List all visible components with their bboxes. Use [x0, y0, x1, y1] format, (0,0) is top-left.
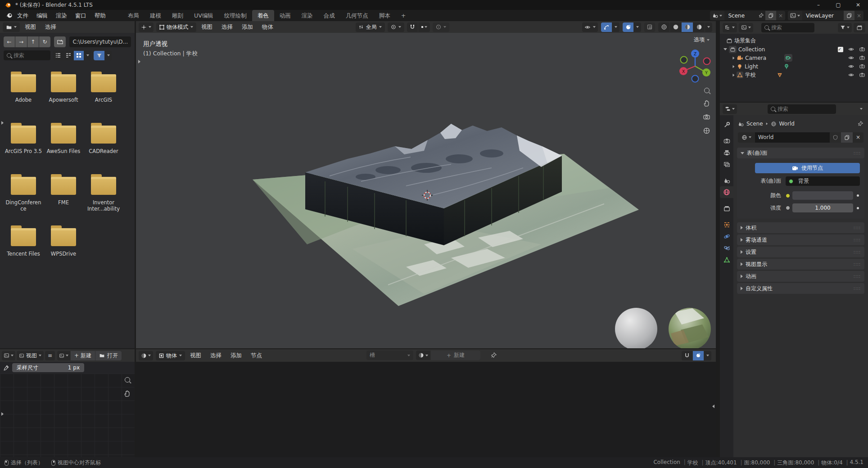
viewlayer-selector[interactable]: ViewLayer × — [788, 11, 863, 20]
file-search-input[interactable] — [14, 52, 47, 58]
collection-checkbox[interactable]: ✓ — [838, 47, 843, 52]
workspace-tab-texture-paint[interactable]: 纹理绘制 — [219, 10, 252, 21]
pin-node-tree-icon[interactable] — [490, 352, 497, 359]
render-visibility-icon[interactable] — [859, 63, 865, 69]
tab-scene-icon[interactable] — [720, 175, 733, 186]
image-editor-type-button[interactable] — [2, 351, 15, 360]
tab-physics-icon[interactable] — [720, 230, 733, 242]
panel-custom-properties[interactable]: 自定义属性:::: — [737, 283, 864, 294]
display-mode-dropdown[interactable] — [84, 51, 91, 60]
color-swatch[interactable] — [792, 191, 853, 200]
surface-shader-button[interactable]: 背景 — [786, 176, 860, 186]
render-visibility-icon[interactable] — [859, 46, 865, 52]
shading-wireframe-button[interactable] — [658, 22, 669, 32]
folder-item[interactable]: ArcGIS Pro 3.5 — [4, 126, 43, 154]
object-visibility-dropdown[interactable] — [582, 22, 598, 32]
folder-item[interactable]: Adobe — [4, 74, 43, 103]
image-browse-button[interactable] — [57, 351, 70, 360]
workspace-tab-rendering[interactable]: 渲染 — [296, 10, 318, 21]
world-copy-button[interactable] — [841, 132, 853, 143]
breadcrumb-world[interactable]: World — [779, 121, 795, 127]
world-browse-button[interactable] — [738, 132, 755, 143]
shading-rendered-button[interactable] — [693, 22, 705, 32]
file-browser-select-menu[interactable]: 选择 — [41, 21, 60, 33]
fake-user-shield-icon[interactable] — [830, 132, 841, 143]
expand-icon[interactable] — [723, 48, 727, 50]
workspace-tab-sculpting[interactable]: 雕刻 — [167, 10, 189, 21]
region-toggle-arrow[interactable] — [712, 403, 714, 410]
file-browser-editor-type-button[interactable] — [3, 22, 20, 32]
viewport-3d[interactable]: 物体模式 视图 选择 添加 物体 全局 — [136, 21, 716, 348]
minimize-button[interactable]: – — [809, 0, 828, 10]
viewport-pan-hand-icon[interactable] — [703, 99, 710, 107]
panel-mist-pass[interactable]: 雾场通道:::: — [737, 234, 864, 245]
show-gizmo-button[interactable] — [601, 22, 612, 32]
shader-editor-type-button[interactable] — [139, 351, 153, 360]
workspace-tab-shading[interactable]: 着色 — [252, 10, 274, 21]
blender-menu-icon[interactable] — [5, 13, 13, 18]
display-thumbnail-button[interactable] — [74, 51, 84, 60]
viewport-select-menu[interactable]: 选择 — [217, 21, 237, 33]
menu-edit[interactable]: 编辑 — [32, 10, 52, 22]
breadcrumb-scene[interactable]: Scene — [746, 121, 763, 127]
viewport-ortho-toggle-icon[interactable] — [703, 127, 710, 135]
scene-name[interactable]: Scene — [724, 13, 756, 19]
strength-slider[interactable]: 1.000 — [792, 203, 853, 212]
hide-eye-icon[interactable] — [848, 63, 854, 69]
create-folder-button[interactable] — [54, 36, 66, 47]
world-name-field[interactable]: World — [755, 132, 830, 143]
folder-item[interactable]: DingConference — [4, 177, 43, 212]
navigation-gizmo[interactable]: Z Y X — [676, 47, 714, 85]
tab-constraints-icon[interactable] — [720, 242, 733, 254]
material-new-button[interactable]: +新建 — [431, 351, 480, 360]
properties-search-field[interactable] — [768, 104, 836, 114]
workspace-add-button[interactable]: + — [396, 10, 411, 21]
viewlayer-remove-button[interactable]: × — [854, 11, 863, 20]
viewport-zoom-icon[interactable] — [704, 88, 710, 93]
color-keyframe-dot[interactable] — [857, 194, 859, 197]
menu-file[interactable]: 文件 — [13, 10, 32, 22]
nav-forward-button[interactable]: → — [15, 36, 27, 47]
transform-orientation-dropdown[interactable]: 全局 — [356, 22, 385, 32]
tab-output-icon[interactable] — [720, 147, 733, 158]
mode-dropdown[interactable]: 物体模式 — [156, 22, 196, 32]
expand-icon[interactable] — [733, 73, 735, 76]
toolbar-toggle-arrow[interactable] — [138, 60, 140, 63]
outliner-display-mode-button[interactable] — [739, 23, 753, 32]
properties-options-dropdown[interactable] — [860, 108, 863, 110]
workspace-tab-modeling[interactable]: 建模 — [145, 10, 167, 21]
filter-dropdown[interactable] — [105, 51, 112, 60]
tab-object-data-icon[interactable] — [720, 254, 733, 266]
region-toggle-arrow[interactable] — [1, 121, 4, 125]
new-collection-button[interactable] — [854, 23, 865, 32]
workspace-tab-scripting[interactable]: 脚本 — [374, 10, 396, 21]
file-path-field[interactable]: C:\Users\rytutyu\D... — [69, 36, 131, 47]
panel-settings[interactable]: 设置:::: — [737, 247, 864, 257]
scene-unlink-button[interactable]: × — [776, 11, 785, 20]
scene-new-copy-button[interactable] — [765, 11, 776, 20]
material-slot-dropdown[interactable]: 槽 — [366, 351, 413, 360]
options-dropdown[interactable]: 选项 — [694, 36, 710, 44]
collapsed-menus-button[interactable]: ≡ — [45, 351, 55, 360]
image-new-button[interactable]: +新建 — [71, 351, 95, 360]
gizmo-dropdown[interactable] — [612, 22, 619, 32]
viewport-scene[interactable] — [136, 33, 716, 348]
menu-window[interactable]: 窗口 — [71, 10, 90, 22]
shader-overlays-dropdown[interactable] — [704, 351, 711, 360]
scene-type-icon[interactable] — [710, 11, 724, 20]
panel-viewport-display[interactable]: 视图显示:::: — [737, 259, 864, 270]
panel-animation[interactable]: 动画:::: — [737, 271, 864, 282]
nav-refresh-button[interactable]: ↻ — [39, 36, 50, 47]
viewlayer-name[interactable]: ViewLayer — [802, 13, 844, 19]
menu-help[interactable]: 帮助 — [90, 10, 110, 22]
sample-size-slider[interactable]: 采样尺寸 1 px — [12, 363, 84, 372]
file-search-field[interactable] — [4, 50, 50, 60]
outliner-filter-button[interactable] — [838, 23, 852, 32]
hide-eye-icon[interactable] — [848, 72, 854, 78]
viewport-object-menu[interactable]: 物体 — [258, 21, 277, 33]
folder-item[interactable]: AweSun Files — [44, 126, 83, 154]
image-open-button[interactable]: 打开 — [95, 351, 122, 360]
properties-search-input[interactable] — [778, 106, 833, 112]
tab-world-icon[interactable] — [720, 186, 733, 198]
image-zoom-icon[interactable] — [125, 377, 130, 382]
